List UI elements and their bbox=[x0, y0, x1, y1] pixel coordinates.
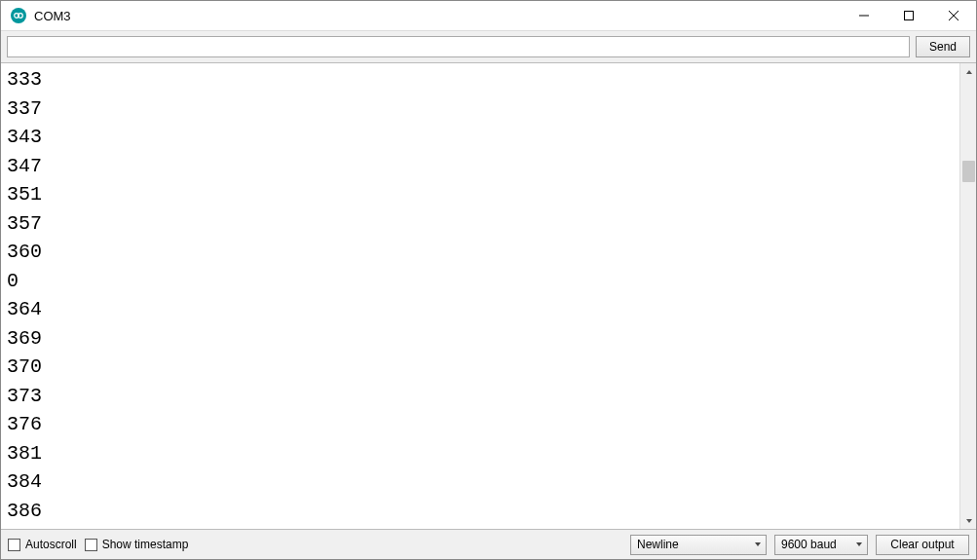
svg-rect-3 bbox=[905, 12, 914, 20]
scroll-up-arrow-icon[interactable] bbox=[960, 63, 976, 80]
vertical-scrollbar[interactable] bbox=[959, 63, 976, 529]
scroll-down-arrow-icon[interactable] bbox=[960, 512, 976, 529]
titlebar[interactable]: COM3 bbox=[1, 1, 976, 31]
scroll-thumb[interactable] bbox=[962, 161, 975, 182]
line-ending-select[interactable]: Newline bbox=[630, 535, 767, 555]
checkbox-icon bbox=[85, 539, 97, 551]
timestamp-checkbox[interactable]: Show timestamp bbox=[85, 538, 189, 551]
timestamp-label: Show timestamp bbox=[102, 538, 189, 551]
autoscroll-label: Autoscroll bbox=[25, 538, 77, 551]
minimize-button[interactable] bbox=[842, 1, 886, 30]
baud-rate-value: 9600 baud bbox=[781, 538, 837, 551]
serial-output: 333 337 343 347 351 357 360 0 364 369 37… bbox=[1, 63, 959, 529]
chevron-down-icon bbox=[855, 541, 863, 548]
chevron-down-icon bbox=[754, 541, 762, 548]
svg-marker-9 bbox=[856, 542, 862, 546]
maximize-button[interactable] bbox=[886, 1, 931, 30]
line-ending-value: Newline bbox=[637, 538, 679, 551]
checkbox-icon bbox=[8, 539, 20, 551]
svg-marker-7 bbox=[966, 519, 972, 523]
window-title: COM3 bbox=[34, 9, 842, 23]
close-button[interactable] bbox=[931, 1, 976, 30]
baud-rate-select[interactable]: 9600 baud bbox=[774, 535, 868, 555]
svg-marker-6 bbox=[966, 70, 972, 74]
serial-monitor-window: COM3 Send 333 337 343 347 351 357 360 0 … bbox=[0, 0, 977, 560]
statusbar: Autoscroll Show timestamp Newline 9600 b… bbox=[1, 530, 976, 559]
svg-marker-8 bbox=[755, 542, 761, 546]
autoscroll-checkbox[interactable]: Autoscroll bbox=[8, 538, 77, 551]
serial-input[interactable] bbox=[7, 36, 910, 57]
arduino-icon bbox=[11, 8, 26, 23]
window-controls bbox=[842, 1, 976, 30]
send-button[interactable]: Send bbox=[916, 36, 970, 57]
output-area: 333 337 343 347 351 357 360 0 364 369 37… bbox=[1, 63, 976, 530]
clear-output-button[interactable]: Clear output bbox=[876, 535, 969, 555]
send-row: Send bbox=[1, 31, 976, 63]
